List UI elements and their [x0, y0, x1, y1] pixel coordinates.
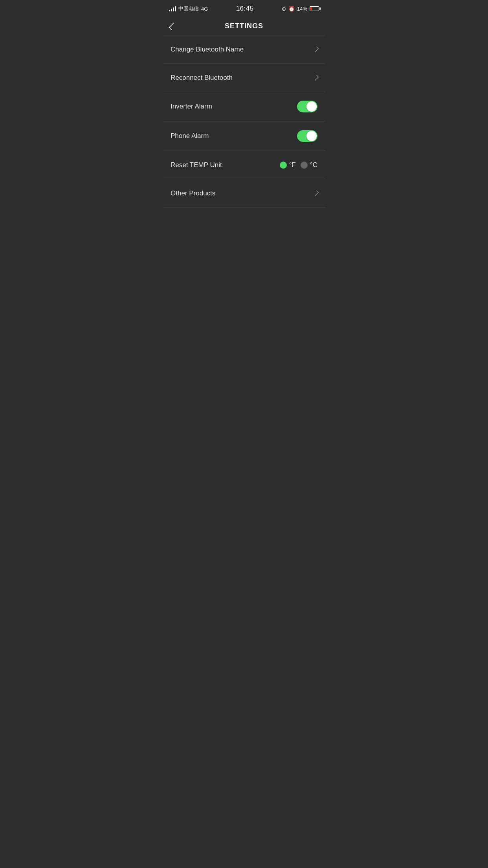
temp-label-fahrenheit: °F [289, 161, 296, 169]
page-title: SETTINGS [225, 22, 263, 30]
inverter-alarm-label: Inverter Alarm [171, 103, 212, 110]
status-bar: 中国电信 4G 16:45 ⊕ ⏰ 14% [163, 0, 325, 17]
change-bluetooth-name-right [314, 47, 317, 52]
temp-options: °F °C [280, 161, 317, 169]
reconnect-bluetooth-label: Reconnect Bluetooth [171, 74, 233, 82]
settings-item-other-products[interactable]: Other Products [163, 179, 325, 208]
toggle-knob [306, 101, 317, 112]
chevron-right-icon [313, 46, 319, 53]
settings-item-change-bluetooth-name[interactable]: Change Bluetooth Name [163, 35, 325, 64]
phone-alarm-label: Phone Alarm [171, 132, 209, 140]
toggle-knob [306, 131, 317, 141]
temp-option-celsius[interactable]: °C [301, 161, 317, 169]
settings-item-inverter-alarm: Inverter Alarm [163, 92, 325, 121]
nav-bar: SETTINGS [163, 17, 325, 35]
reconnect-bluetooth-right [314, 75, 317, 81]
time-label: 16:45 [236, 5, 254, 13]
chevron-right-icon [313, 190, 319, 197]
status-left: 中国电信 4G [169, 5, 208, 12]
reset-temp-unit-label: Reset TEMP Unit [171, 161, 222, 169]
change-bluetooth-name-label: Change Bluetooth Name [171, 46, 244, 53]
chevron-right-icon [313, 75, 319, 81]
settings-list: Change Bluetooth Name Reconnect Bluetoot… [163, 35, 325, 208]
inverter-alarm-right [297, 101, 317, 112]
temp-label-celsius: °C [310, 161, 317, 169]
battery-icon [310, 6, 319, 11]
battery-percent-label: 14% [297, 6, 307, 12]
alarm-icon: ⏰ [288, 6, 295, 12]
temp-dot-celsius [301, 162, 308, 169]
temp-dot-fahrenheit [280, 162, 287, 169]
other-products-label: Other Products [171, 189, 215, 197]
temp-unit-selector: °F °C [280, 161, 317, 169]
settings-item-reset-temp-unit: Reset TEMP Unit °F °C [163, 151, 325, 179]
back-chevron-icon [169, 22, 176, 30]
settings-item-phone-alarm: Phone Alarm [163, 121, 325, 151]
status-right: ⊕ ⏰ 14% [282, 6, 319, 12]
carrier-label: 中国电信 [178, 5, 199, 12]
signal-icon [169, 6, 176, 11]
temp-option-fahrenheit[interactable]: °F [280, 161, 296, 169]
back-button[interactable] [169, 21, 176, 31]
lock-icon: ⊕ [282, 6, 286, 12]
inverter-alarm-toggle[interactable] [297, 101, 317, 112]
other-products-right [314, 191, 317, 196]
network-type-label: 4G [201, 6, 208, 12]
phone-alarm-toggle[interactable] [297, 130, 317, 142]
phone-alarm-right [297, 130, 317, 142]
settings-item-reconnect-bluetooth[interactable]: Reconnect Bluetooth [163, 64, 325, 92]
